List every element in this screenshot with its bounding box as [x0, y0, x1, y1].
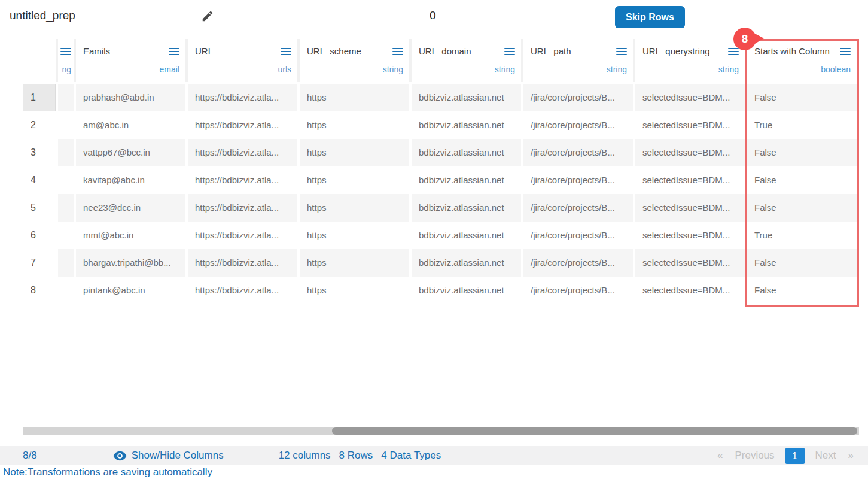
table-cell[interactable]: /jira/core/projects/B...: [523, 84, 633, 111]
skip-rows-input[interactable]: 0: [426, 7, 605, 28]
column-menu-icon[interactable]: [840, 48, 851, 57]
table-cell[interactable]: False: [747, 277, 857, 304]
table-cell[interactable]: selectedIssue=BDM...: [635, 139, 745, 166]
table-cell[interactable]: /jira/core/projects/B...: [523, 222, 633, 249]
row-number-cell: 5: [23, 194, 56, 222]
table-cell[interactable]: selectedIssue=BDM...: [635, 277, 745, 304]
table-cell[interactable]: https: [300, 194, 409, 222]
column-header[interactable]: Starts with Columnboolean: [747, 39, 857, 82]
table-cell[interactable]: /jira/core/projects/B...: [523, 249, 633, 277]
table-cell[interactable]: nee23@dcc.in: [76, 194, 185, 222]
row-count-indicator: 8/8: [23, 450, 37, 462]
table-cell[interactable]: bdbizviz.atlassian.net: [412, 194, 521, 222]
table-cell[interactable]: https: [300, 166, 409, 194]
skip-rows-button[interactable]: Skip Rows: [615, 6, 685, 28]
column-header[interactable]: URL_pathstring: [523, 39, 633, 82]
column-menu-icon[interactable]: [616, 48, 627, 57]
row-number-cell: 1: [23, 84, 56, 111]
edit-pencil-icon[interactable]: [201, 10, 214, 23]
table-cell[interactable]: /jira/core/projects/B...: [523, 139, 633, 166]
table-cell[interactable]: https: [300, 111, 409, 139]
previous-page-button[interactable]: Previous: [735, 450, 774, 462]
prep-name-input[interactable]: untitled_prep: [8, 7, 185, 28]
column-header[interactable]: URL_domainstring: [412, 39, 521, 82]
horizontal-scrollbar-track[interactable]: [23, 427, 859, 435]
rows-count: 8 Rows: [339, 450, 373, 462]
table-cell[interactable]: selectedIssue=BDM...: [635, 166, 745, 194]
table-cell[interactable]: https: [300, 139, 409, 166]
column-header-partial[interactable]: ng: [58, 39, 74, 82]
column-menu-icon[interactable]: [281, 48, 291, 57]
table-cell[interactable]: https: [300, 277, 409, 304]
last-page-arrow[interactable]: »: [848, 450, 854, 462]
table-row: 6mmt@abc.inhttps://bdbizviz.atla...https…: [23, 222, 855, 249]
table-cell[interactable]: False: [747, 194, 857, 222]
table-cell[interactable]: https: [300, 84, 409, 111]
table-cell[interactable]: /jira/core/projects/B...: [523, 277, 633, 304]
table-cell[interactable]: False: [747, 166, 857, 194]
column-menu-icon[interactable]: [392, 48, 403, 57]
table-cell[interactable]: True: [747, 222, 857, 249]
row-number-cell: 4: [23, 166, 56, 194]
table-cell[interactable]: bdbizviz.atlassian.net: [412, 111, 521, 139]
table-cell[interactable]: False: [747, 249, 857, 277]
table-cell[interactable]: selectedIssue=BDM...: [635, 111, 745, 139]
table-cell[interactable]: /jira/core/projects/B...: [523, 194, 633, 222]
table-cell[interactable]: False: [747, 139, 857, 166]
column-menu-icon[interactable]: [504, 48, 515, 57]
table-cell[interactable]: https://bdbizviz.atla...: [188, 84, 297, 111]
table-cell[interactable]: bdbizviz.atlassian.net: [412, 277, 521, 304]
table-cell[interactable]: mmt@abc.in: [76, 222, 185, 249]
datatypes-count: 4 Data Types: [381, 450, 441, 462]
table-cell[interactable]: bdbizviz.atlassian.net: [412, 84, 521, 111]
status-bar: 8/8 Show/Hide Columns 12 columns 8 Rows …: [0, 446, 868, 465]
table-cell[interactable]: https://bdbizviz.atla...: [188, 277, 297, 304]
table-cell[interactable]: selectedIssue=BDM...: [635, 249, 745, 277]
partial-column-cell: [58, 277, 74, 304]
table-cell[interactable]: https://bdbizviz.atla...: [188, 194, 297, 222]
table-cell[interactable]: vattpp67@bcc.in: [76, 139, 185, 166]
table-cell[interactable]: pintank@abc.in: [76, 277, 185, 304]
current-page-button[interactable]: 1: [785, 448, 805, 464]
column-header[interactable]: URLurls: [188, 39, 297, 82]
table-summary: 12 columns 8 Rows 4 Data Types: [279, 450, 449, 462]
table-cell[interactable]: https://bdbizviz.atla...: [188, 249, 297, 277]
row-number-cell: 8: [23, 277, 56, 304]
table-cell[interactable]: selectedIssue=BDM...: [635, 222, 745, 249]
next-page-button[interactable]: Next: [815, 450, 836, 462]
table-cell[interactable]: https://bdbizviz.atla...: [188, 139, 297, 166]
table-cell[interactable]: True: [747, 111, 857, 139]
table-cell[interactable]: prabhash@abd.in: [76, 84, 185, 111]
table-cell[interactable]: selectedIssue=BDM...: [635, 84, 745, 111]
column-header[interactable]: Eamilsemail: [76, 39, 185, 82]
table-cell[interactable]: https://bdbizviz.atla...: [188, 222, 297, 249]
table-row: 3vattpp67@bcc.inhttps://bdbizviz.atla...…: [23, 139, 855, 166]
table-cell[interactable]: selectedIssue=BDM...: [635, 194, 745, 222]
table-cell[interactable]: https: [300, 222, 409, 249]
row-number-cell: 2: [23, 111, 56, 139]
table-cell[interactable]: /jira/core/projects/B...: [523, 111, 633, 139]
table-cell[interactable]: /jira/core/projects/B...: [523, 166, 633, 194]
table-cell[interactable]: bhargav.tripathi@bb...: [76, 249, 185, 277]
table-cell[interactable]: kavitap@abc.in: [76, 166, 185, 194]
table-cell[interactable]: https://bdbizviz.atla...: [188, 166, 297, 194]
table-cell[interactable]: am@abc.in: [76, 111, 185, 139]
table-cell[interactable]: bdbizviz.atlassian.net: [412, 166, 521, 194]
column-header[interactable]: URL_schemestring: [300, 39, 409, 82]
column-menu-icon[interactable]: [728, 48, 739, 57]
table-row: 8pintank@abc.inhttps://bdbizviz.atla...h…: [23, 277, 855, 304]
table-cell[interactable]: bdbizviz.atlassian.net: [412, 249, 521, 277]
table-row: 7bhargav.tripathi@bb...https://bdbizviz.…: [23, 249, 855, 277]
table-cell[interactable]: bdbizviz.atlassian.net: [412, 139, 521, 166]
first-page-arrow[interactable]: «: [717, 450, 723, 462]
table-cell[interactable]: https: [300, 249, 409, 277]
table-cell[interactable]: bdbizviz.atlassian.net: [412, 222, 521, 249]
column-header[interactable]: URL_querystringstring: [635, 39, 745, 82]
partial-column-cell: [58, 249, 74, 277]
show-hide-columns-button[interactable]: Show/Hide Columns: [113, 450, 224, 462]
table-cell[interactable]: False: [747, 84, 857, 111]
horizontal-scrollbar-thumb[interactable]: [332, 427, 857, 435]
column-menu-icon[interactable]: [60, 48, 71, 57]
table-cell[interactable]: https://bdbizviz.atla...: [188, 111, 297, 139]
column-menu-icon[interactable]: [169, 48, 179, 57]
